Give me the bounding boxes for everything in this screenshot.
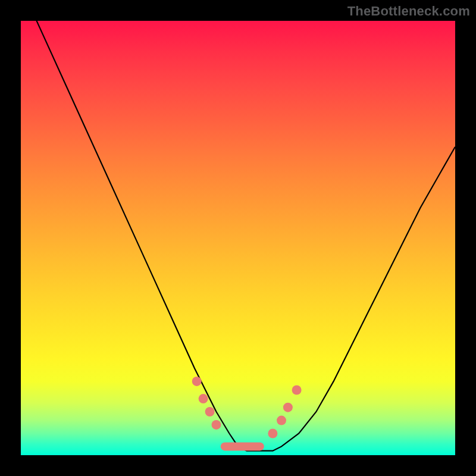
marker-layer [192,377,302,451]
curve-marker [205,407,215,416]
plot-area [21,21,455,455]
curve-marker [268,429,277,439]
curve-marker [199,394,208,403]
curve-flat-marker [221,442,264,450]
curve-marker [192,377,202,386]
curve-marker [283,403,293,412]
watermark-text: TheBottleneck.com [347,4,470,19]
chart-frame: TheBottleneck.com [0,0,476,476]
curve-marker [277,416,286,425]
bottleneck-curve-line [21,21,455,451]
bottleneck-curve-svg [21,21,455,455]
curve-marker [292,386,302,395]
curve-marker [212,420,221,430]
